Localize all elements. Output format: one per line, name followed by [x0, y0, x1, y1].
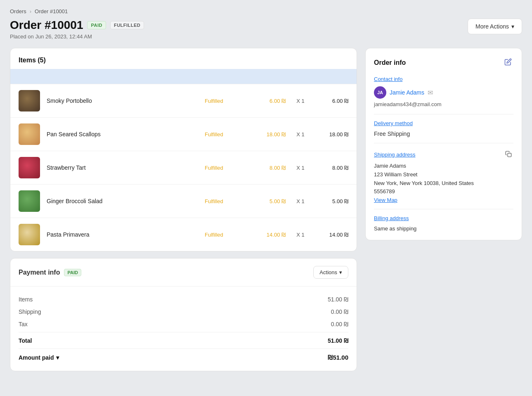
order-info-card: Order info Contact info JA Jamie Adams	[365, 48, 522, 240]
items-header-row	[10, 69, 357, 84]
item-price-1: 6.00 ₪	[248, 98, 286, 104]
item-qty-3: X 1	[292, 165, 309, 171]
payment-card-header: Payment info PAID Actions ▾	[10, 258, 357, 287]
shipping-address-section: Shipping address Jamie Adams 123 William…	[374, 149, 513, 203]
item-total-5: 14.00 ₪	[315, 232, 348, 238]
delivery-method-section: Delivery method Free Shipping	[374, 120, 513, 137]
item-status-1: Fulfilled	[205, 98, 242, 104]
contact-info-label[interactable]: Contact info	[374, 76, 513, 82]
shipping-address-header: Shipping address	[374, 149, 513, 160]
payment-row-items: Items 51.00 ₪	[19, 293, 348, 306]
item-status-5: Fulfilled	[205, 232, 242, 238]
fulfilled-badge: FULFILLED	[110, 21, 144, 29]
page-header-left: Order #10001 PAID FULFILLED Placed on Ju…	[10, 19, 144, 40]
item-price-4: 5.00 ₪	[248, 198, 286, 204]
order-date: Placed on Jun 26, 2023, 12:44 AM	[10, 33, 144, 40]
item-status-4: Fulfilled	[205, 198, 242, 204]
copy-icon	[505, 151, 512, 157]
item-image-1	[19, 90, 40, 111]
item-total-4: 5.00 ₪	[315, 198, 348, 204]
item-qty-4: X 1	[292, 198, 309, 204]
avatar: JA	[374, 86, 386, 99]
item-qty-2: X 1	[292, 131, 309, 138]
breadcrumb-orders[interactable]: Orders	[10, 8, 26, 14]
chevron-down-icon[interactable]: ▾	[56, 354, 59, 361]
contact-info-section: Contact info JA Jamie Adams ✉ jamieadams…	[374, 76, 513, 107]
order-info-title: Order info	[374, 57, 513, 69]
actions-button[interactable]: Actions ▾	[313, 266, 348, 279]
delivery-method-label[interactable]: Delivery method	[374, 120, 513, 126]
view-map-link[interactable]: View Map	[374, 197, 397, 203]
main-layout: Items (5) Smoky Portobello Fulfilled 6.0…	[10, 48, 522, 371]
section-divider	[374, 209, 513, 209]
shipping-address-label[interactable]: Shipping address	[374, 152, 415, 158]
item-total-2: 18.00 ₪	[315, 131, 348, 138]
item-name-2: Pan Seared Scallops	[47, 131, 198, 138]
more-actions-button[interactable]: More Actions ▾	[468, 19, 522, 34]
billing-address-label[interactable]: Billing address	[374, 215, 513, 221]
billing-address-value: Same as shipping	[374, 225, 513, 232]
payment-paid-badge: PAID	[64, 269, 81, 276]
payment-row-shipping: Shipping 0.00 ₪	[19, 306, 348, 318]
table-row: Smoky Portobello Fulfilled 6.00 ₪ X 1 6.…	[10, 84, 357, 117]
breadcrumb: Orders › Order #10001	[10, 8, 522, 14]
section-divider	[374, 114, 513, 114]
svg-rect-0	[508, 153, 511, 157]
payment-row-amount-paid: Amount paid ▾ ₪51.00	[19, 349, 348, 364]
item-name-3: Strawberry Tart	[47, 164, 198, 171]
item-name-5: Pasta Primavera	[47, 231, 198, 238]
edit-icon-button[interactable]	[503, 57, 513, 69]
contact-row: JA Jamie Adams ✉	[374, 86, 513, 99]
payment-row-tax: Tax 0.00 ₪	[19, 318, 348, 330]
billing-address-section: Billing address Same as shipping	[374, 215, 513, 232]
item-status-2: Fulfilled	[205, 131, 242, 138]
shipping-city: New York, New York 10038, United States	[374, 179, 513, 188]
paid-badge: PAID	[87, 21, 106, 29]
right-column: Order info Contact info JA Jamie Adams	[365, 48, 522, 240]
table-row: Pan Seared Scallops Fulfilled 18.00 ₪ X …	[10, 117, 357, 151]
chevron-down-icon: ▾	[511, 23, 514, 30]
payment-body: Items 51.00 ₪ Shipping 0.00 ₪ Tax 0.00 ₪…	[10, 287, 357, 371]
section-divider	[374, 143, 513, 143]
item-total-1: 6.00 ₪	[315, 98, 348, 104]
customer-email: jamieadams434@zmail.com	[374, 101, 513, 107]
item-qty-1: X 1	[292, 98, 309, 104]
breadcrumb-separator: ›	[30, 8, 31, 14]
items-card-header: Items (5)	[10, 48, 357, 69]
page-title: Order #10001 PAID FULFILLED	[10, 19, 144, 32]
item-image-2	[19, 123, 40, 145]
copy-icon-button[interactable]	[504, 149, 513, 160]
item-status-3: Fulfilled	[205, 165, 242, 171]
order-info-heading: Order info	[374, 59, 406, 66]
items-card: Items (5) Smoky Portobello Fulfilled 6.0…	[10, 48, 357, 251]
amount-paid-label: Amount paid ▾	[19, 354, 59, 361]
left-column: Items (5) Smoky Portobello Fulfilled 6.0…	[10, 48, 357, 371]
shipping-street: 123 William Street	[374, 171, 513, 179]
item-name-4: Ginger Broccoli Salad	[47, 198, 198, 204]
item-name-1: Smoky Portobello	[47, 97, 198, 104]
item-price-3: 8.00 ₪	[248, 165, 286, 171]
item-price-5: 14.00 ₪	[248, 232, 286, 238]
item-qty-5: X 1	[292, 232, 309, 238]
customer-name[interactable]: Jamie Adams	[390, 89, 424, 96]
message-icon[interactable]: ✉	[428, 89, 433, 97]
item-image-3	[19, 157, 40, 178]
payment-info-card: Payment info PAID Actions ▾ Items 51.00 …	[10, 258, 357, 371]
table-row: Strawberry Tart Fulfilled 8.00 ₪ X 1 8.0…	[10, 151, 357, 184]
item-price-2: 18.00 ₪	[248, 131, 286, 138]
shipping-address-text: Jamie Adams 123 William Street New York,…	[374, 162, 513, 196]
page-header: Order #10001 PAID FULFILLED Placed on Ju…	[10, 19, 522, 40]
edit-icon	[504, 58, 512, 66]
shipping-phone: 5556789	[374, 187, 513, 196]
table-row: Ginger Broccoli Salad Fulfilled 5.00 ₪ X…	[10, 184, 357, 218]
item-image-4	[19, 190, 40, 212]
payment-row-total: Total 51.00 ₪	[19, 332, 348, 347]
delivery-method-value: Free Shipping	[374, 130, 513, 137]
amount-paid-value: ₪51.00	[328, 354, 348, 361]
shipping-name: Jamie Adams	[374, 162, 513, 171]
item-image-5	[19, 224, 40, 245]
chevron-down-icon: ▾	[339, 269, 342, 275]
breadcrumb-current: Order #10001	[35, 8, 68, 14]
payment-title: Payment info PAID	[19, 269, 81, 276]
table-row: Pasta Primavera Fulfilled 14.00 ₪ X 1 14…	[10, 218, 357, 251]
